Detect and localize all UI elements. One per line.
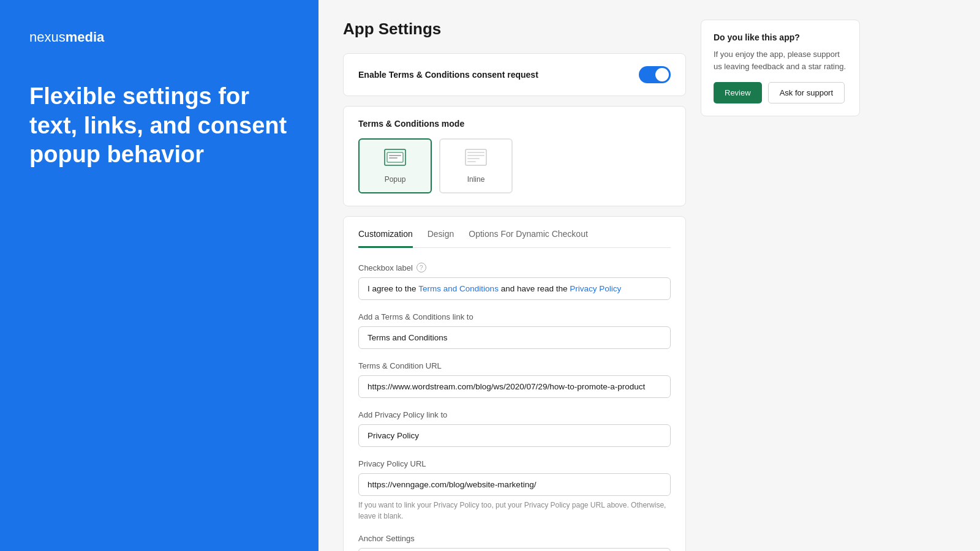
anchor-settings-select[interactable]: Open in the same window/tab xyxy=(358,548,671,551)
svg-rect-8 xyxy=(467,161,476,162)
info-icon[interactable]: ? xyxy=(417,263,426,272)
toggle-label: Enable Terms & Conditions consent reques… xyxy=(358,70,538,80)
left-panel: nexusmedia Flexible settings for text, l… xyxy=(0,0,318,551)
enable-toggle-card: Enable Terms & Conditions consent reques… xyxy=(343,53,686,96)
privacy-url-group: Privacy Policy URL If you want to link y… xyxy=(358,459,671,522)
privacy-link-group: Add Privacy Policy link to xyxy=(358,410,671,447)
mode-popup[interactable]: Popup xyxy=(358,138,432,193)
support-button[interactable]: Ask for support xyxy=(768,82,845,103)
svg-rect-3 xyxy=(389,157,398,159)
terms-link-title: Add a Terms & Conditions link to xyxy=(358,312,671,321)
svg-rect-7 xyxy=(467,158,480,159)
terms-url-group: Terms & Condition URL xyxy=(358,361,671,398)
main-content: App Settings Enable Terms & Conditions c… xyxy=(318,0,980,551)
svg-rect-6 xyxy=(467,155,484,156)
anchor-settings-title: Anchor Settings xyxy=(358,534,671,543)
tab-dynamic-checkout[interactable]: Options For Dynamic Checkout xyxy=(469,229,588,248)
popup-label: Popup xyxy=(385,175,406,184)
mode-card: Terms & Conditions mode Popup xyxy=(343,106,686,206)
checkbox-label-title: Checkbox label ? xyxy=(358,263,671,272)
sidebar-buttons: Review Ask for support xyxy=(714,82,847,103)
tab-customization[interactable]: Customization xyxy=(358,229,413,248)
anchor-settings-group: Anchor Settings Open in the same window/… xyxy=(358,534,671,551)
sidebar-card-desc: If you enjoy the app, please support us … xyxy=(714,48,847,72)
terms-url-title: Terms & Condition URL xyxy=(358,361,671,370)
review-button[interactable]: Review xyxy=(714,82,762,103)
brand-logo: nexusmedia xyxy=(29,29,289,45)
terms-link-input[interactable] xyxy=(358,326,671,349)
svg-rect-2 xyxy=(389,155,401,156)
privacy-link-input[interactable] xyxy=(358,424,671,447)
center-column: App Settings Enable Terms & Conditions c… xyxy=(343,20,686,551)
tabs: Customization Design Options For Dynamic… xyxy=(358,229,671,248)
sidebar-support-card: Do you like this app? If you enjoy the a… xyxy=(701,20,860,116)
customization-card: Customization Design Options For Dynamic… xyxy=(343,216,686,551)
privacy-link-title: Add Privacy Policy link to xyxy=(358,410,671,419)
terms-url-input[interactable] xyxy=(358,375,671,398)
svg-rect-5 xyxy=(467,152,484,153)
checkbox-label-input[interactable]: I agree to the Terms and Conditions and … xyxy=(358,277,671,300)
page-title: App Settings xyxy=(343,20,686,39)
privacy-url-input[interactable] xyxy=(358,473,671,496)
mode-options: Popup Inline xyxy=(358,138,671,193)
right-sidebar: Do you like this app? If you enjoy the a… xyxy=(701,20,860,551)
popup-icon xyxy=(384,149,406,170)
inline-icon xyxy=(465,149,487,170)
checkbox-label-group: Checkbox label ? I agree to the Terms an… xyxy=(358,263,671,300)
mode-inline[interactable]: Inline xyxy=(439,138,513,193)
svg-rect-4 xyxy=(466,149,486,165)
privacy-url-hint: If you want to link your Privacy Policy … xyxy=(358,500,671,522)
terms-link-group: Add a Terms & Conditions link to xyxy=(358,312,671,349)
inline-label: Inline xyxy=(467,175,485,184)
mode-title: Terms & Conditions mode xyxy=(358,119,671,129)
sidebar-card-title: Do you like this app? xyxy=(714,32,847,42)
privacy-url-title: Privacy Policy URL xyxy=(358,459,671,468)
enable-toggle[interactable] xyxy=(639,66,671,83)
tab-design[interactable]: Design xyxy=(428,229,454,248)
hero-text: Flexible settings for text, links, and c… xyxy=(29,82,289,170)
